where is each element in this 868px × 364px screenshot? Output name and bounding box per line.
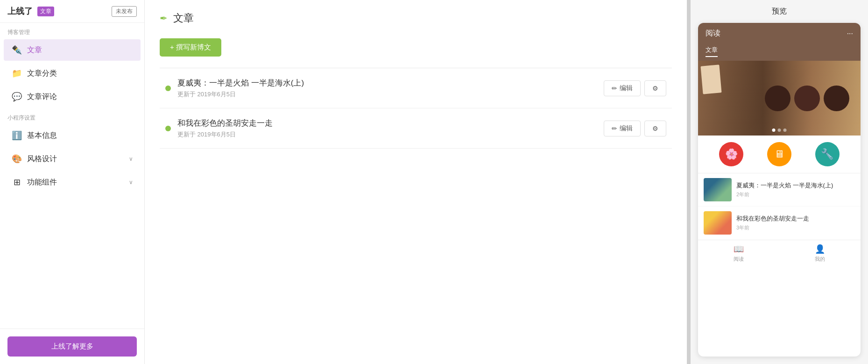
phone-nav-read-label: 阅读 bbox=[734, 256, 744, 263]
sidebar-item-label-articles: 文章 bbox=[27, 45, 42, 55]
preview-title: 预览 bbox=[691, 0, 868, 23]
sidebar-item-articles[interactable]: ✒️ 文章 bbox=[4, 39, 141, 61]
section-label-blog: 博客管理 bbox=[0, 23, 144, 38]
comments-icon: 💬 bbox=[11, 92, 22, 102]
phone-menu-dots: ··· bbox=[847, 29, 853, 38]
sidebar-item-basic[interactable]: ℹ️ 基本信息 bbox=[4, 125, 141, 146]
hero-dot-2 bbox=[778, 128, 781, 132]
list-item: 夏威夷：一半是火焰 一半是海水(上) 2年前 bbox=[698, 173, 861, 206]
status-dot-1 bbox=[165, 86, 171, 91]
phone-article-title-1: 夏威夷：一半是火焰 一半是海水(上) bbox=[736, 181, 855, 190]
categories-icon: 📁 bbox=[11, 68, 22, 79]
feather-icon: ✒ bbox=[160, 13, 168, 24]
article-actions-2: ✏ 编辑 ⚙ bbox=[604, 121, 666, 136]
chevron-down-icon-2: ∨ bbox=[129, 179, 133, 186]
main-content: ✒ 文章 + 撰写新博文 夏威夷：一半是火焰 一半是海水(上) 更新于 2019… bbox=[145, 0, 687, 364]
app-tag: 文章 bbox=[37, 7, 54, 16]
phone-article-list: 夏威夷：一半是火焰 一半是海水(上) 2年前 和我在彩色的圣胡安走一走 3年前 bbox=[698, 173, 861, 239]
pencil-icon-2: ✏ bbox=[612, 125, 617, 132]
phone-icon-wrench[interactable]: 🔧 bbox=[815, 142, 840, 166]
article-date-1: 更新于 2019年6月5日 bbox=[177, 90, 597, 99]
status-badge: 未发布 bbox=[112, 6, 137, 17]
article-actions-1: ✏ 编辑 ⚙ bbox=[604, 80, 666, 96]
panel-divider[interactable] bbox=[687, 0, 691, 364]
profile-icon: 👤 bbox=[815, 244, 825, 254]
status-dot-2 bbox=[165, 126, 171, 131]
sidebar-bottom: 上线了解更多 bbox=[0, 328, 144, 364]
article-thumb-1 bbox=[704, 178, 732, 201]
main-header: ✒ 文章 bbox=[160, 11, 672, 25]
hero-dot-1 bbox=[772, 128, 776, 132]
bottom-button[interactable]: 上线了解更多 bbox=[7, 336, 137, 357]
sidebar-item-label-categories: 文章分类 bbox=[27, 69, 57, 79]
phone-article-time-1: 2年前 bbox=[736, 191, 855, 198]
sidebar-item-style[interactable]: 🎨 风格设计 ∨ bbox=[4, 148, 141, 170]
read-icon: 📖 bbox=[734, 244, 744, 254]
preview-panel: 预览 阅读 ··· 文章 bbox=[691, 0, 868, 364]
phone-header-title: 阅读 bbox=[706, 29, 720, 38]
phone-mockup: 阅读 ··· 文章 🌸 bbox=[698, 23, 861, 357]
gear-icon-1: ⚙ bbox=[652, 85, 658, 92]
article-list: 夏威夷：一半是火焰 一半是海水(上) 更新于 2019年6月5日 ✏ 编辑 ⚙ … bbox=[160, 68, 672, 149]
page-title: 文章 bbox=[173, 11, 194, 25]
article-info-2: 和我在彩色的圣胡安走一走 更新于 2019年6月5日 bbox=[177, 118, 597, 139]
write-new-button[interactable]: + 撰写新博文 bbox=[160, 38, 221, 57]
phone-header: 阅读 ··· bbox=[698, 23, 861, 44]
phone-bottom-nav: 📖 阅读 👤 我的 bbox=[698, 240, 861, 266]
app-title: 上线了 bbox=[7, 6, 33, 17]
phone-icon-tv[interactable]: 🖥 bbox=[767, 142, 791, 166]
hero-pagination bbox=[772, 128, 787, 132]
pencil-icon: ✏ bbox=[612, 85, 617, 92]
phone-icon-flower[interactable]: 🌸 bbox=[719, 142, 743, 166]
phone-tab-articles[interactable]: 文章 bbox=[706, 46, 718, 57]
basic-icon: ℹ️ bbox=[11, 130, 22, 141]
phone-nav-profile[interactable]: 👤 我的 bbox=[779, 244, 861, 263]
article-info-1: 夏威夷：一半是火焰 一半是海水(上) 更新于 2019年6月5日 bbox=[177, 78, 597, 99]
articles-icon: ✒️ bbox=[11, 45, 22, 55]
settings-button-2[interactable]: ⚙ bbox=[644, 121, 666, 136]
sidebar-header: 上线了 文章 未发布 bbox=[0, 0, 144, 23]
article-title-1: 夏威夷：一半是火焰 一半是海水(上) bbox=[177, 78, 597, 88]
phone-tab-bar: 文章 bbox=[698, 44, 861, 61]
table-row: 和我在彩色的圣胡安走一走 更新于 2019年6月5日 ✏ 编辑 ⚙ bbox=[160, 108, 672, 149]
chevron-down-icon: ∨ bbox=[129, 156, 133, 162]
sidebar-item-label-basic: 基本信息 bbox=[27, 131, 57, 141]
phone-article-info-2: 和我在彩色的圣胡安走一走 3年前 bbox=[736, 214, 855, 231]
article-thumb-2 bbox=[704, 211, 732, 235]
hero-dot-3 bbox=[783, 128, 787, 132]
sidebar-item-categories[interactable]: 📁 文章分类 bbox=[4, 63, 141, 84]
phone-article-info-1: 夏威夷：一半是火焰 一半是海水(上) 2年前 bbox=[736, 181, 855, 198]
phone-article-time-2: 3年前 bbox=[736, 224, 855, 231]
components-icon: ⊞ bbox=[11, 177, 22, 187]
gear-icon-2: ⚙ bbox=[652, 125, 658, 132]
phone-nav-profile-label: 我的 bbox=[815, 256, 825, 263]
sidebar-item-label-style: 风格设计 bbox=[27, 154, 57, 164]
edit-button-2[interactable]: ✏ 编辑 bbox=[604, 121, 641, 136]
table-row: 夏威夷：一半是火焰 一半是海水(上) 更新于 2019年6月5日 ✏ 编辑 ⚙ bbox=[160, 68, 672, 108]
style-icon: 🎨 bbox=[11, 154, 22, 164]
edit-button-1[interactable]: ✏ 编辑 bbox=[604, 80, 641, 96]
sidebar: 上线了 文章 未发布 博客管理 ✒️ 文章 📁 文章分类 💬 文章评论 小程序设… bbox=[0, 0, 145, 364]
phone-icons-row: 🌸 🖥 🔧 bbox=[698, 136, 861, 173]
section-label-miniapp: 小程序设置 bbox=[0, 108, 144, 124]
phone-article-title-2: 和我在彩色的圣胡安走一走 bbox=[736, 214, 855, 223]
sidebar-item-label-components: 功能组件 bbox=[27, 178, 57, 187]
settings-button-1[interactable]: ⚙ bbox=[644, 80, 666, 96]
sidebar-item-label-comments: 文章评论 bbox=[27, 92, 57, 102]
sidebar-item-components[interactable]: ⊞ 功能组件 ∨ bbox=[4, 171, 141, 193]
phone-hero-image bbox=[698, 61, 861, 136]
article-title-2: 和我在彩色的圣胡安走一走 bbox=[177, 118, 597, 128]
list-item: 和我在彩色的圣胡安走一走 3年前 bbox=[698, 207, 861, 239]
sidebar-item-comments[interactable]: 💬 文章评论 bbox=[4, 86, 141, 107]
phone-nav-read[interactable]: 📖 阅读 bbox=[698, 244, 779, 263]
article-date-2: 更新于 2019年6月5日 bbox=[177, 130, 597, 139]
